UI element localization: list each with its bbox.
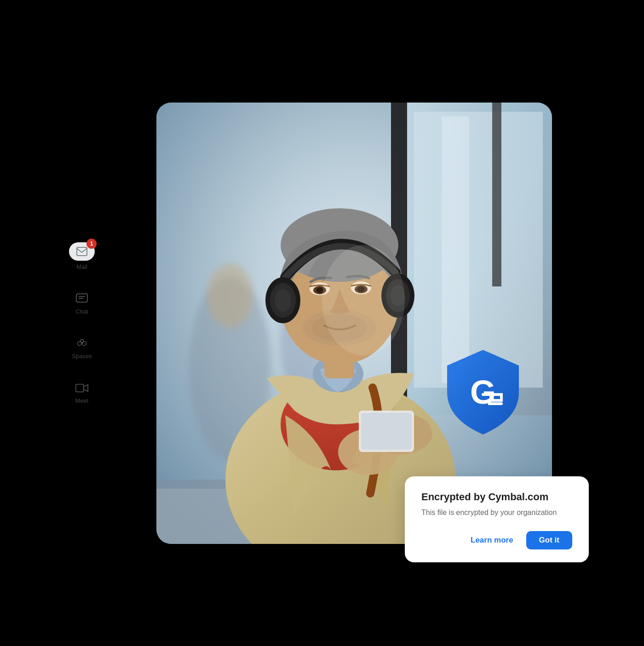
encryption-actions: Learn more Got it [421,531,572,549]
sidebar-item-mail[interactable]: 1 Mail [69,242,95,270]
svg-rect-26 [361,413,412,450]
sidebar-chat-label: Chat [75,308,88,315]
sidebar-meet-label: Meet [75,397,89,404]
chat-icon [75,292,88,305]
svg-rect-1 [76,294,87,302]
svg-rect-13 [492,103,501,286]
svg-point-40 [316,287,323,293]
learn-more-button[interactable]: Learn more [463,532,521,549]
sidebar-item-chat[interactable]: Chat [75,292,88,315]
sidebar: 1 Mail Chat S [69,233,95,413]
got-it-button[interactable]: Got it [526,531,572,549]
spaces-icon [75,337,88,350]
sidebar-spaces-label: Spaces [72,353,92,360]
meet-icon [75,382,88,394]
svg-rect-11 [442,116,469,383]
mail-icon [75,245,88,258]
sidebar-item-spaces[interactable]: Spaces [72,337,92,360]
svg-point-34 [275,289,291,312]
encryption-title: Encrypted by Cymbal.com [421,491,572,503]
main-scene: 1 Mail Chat S [69,70,575,576]
svg-rect-7 [76,384,84,392]
mail-icon-pill[interactable]: 1 [69,242,95,261]
svg-point-46 [322,245,405,355]
sidebar-item-meet[interactable]: Meet [75,382,89,404]
svg-point-6 [80,339,84,343]
mail-badge: 1 [86,239,97,249]
encryption-description: This file is encrypted by your organizat… [421,508,572,518]
svg-point-15 [207,263,253,328]
sidebar-mail-label: Mail [76,263,87,270]
shield-wrap: G [442,346,524,438]
encryption-card: Encrypted by Cymbal.com This file is enc… [405,476,589,562]
svg-rect-0 [77,247,87,256]
